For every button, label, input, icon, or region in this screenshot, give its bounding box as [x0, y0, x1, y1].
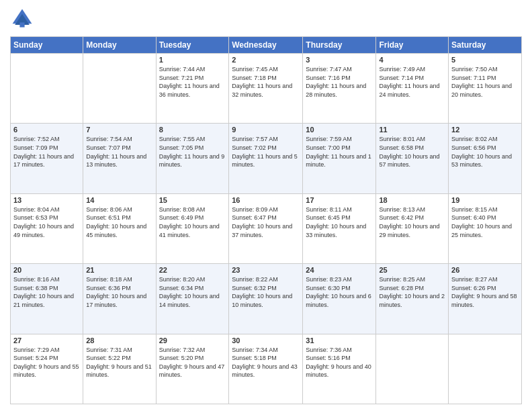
day-info: Sunrise: 8:09 AMSunset: 6:47 PMDaylight:…	[232, 205, 300, 239]
calendar-day: 22Sunrise: 8:20 AMSunset: 6:34 PMDayligh…	[156, 264, 229, 334]
calendar-header-sunday: Sunday	[11, 37, 83, 54]
day-number: 10	[306, 126, 373, 134]
day-info: Sunrise: 8:23 AMSunset: 6:30 PMDaylight:…	[306, 275, 373, 309]
day-number: 29	[159, 336, 226, 345]
day-info: Sunrise: 7:52 AMSunset: 7:09 PMDaylight:…	[13, 135, 80, 169]
calendar-day: 7Sunrise: 7:54 AMSunset: 7:07 PMDaylight…	[83, 124, 156, 193]
day-number: 2	[232, 56, 300, 64]
day-info: Sunrise: 8:04 AMSunset: 6:53 PMDaylight:…	[13, 205, 80, 239]
calendar-day: 15Sunrise: 8:08 AMSunset: 6:49 PMDayligh…	[156, 193, 229, 263]
day-info: Sunrise: 8:15 AMSunset: 6:40 PMDaylight:…	[451, 205, 519, 239]
day-info: Sunrise: 8:22 AMSunset: 6:32 PMDaylight:…	[232, 275, 300, 309]
day-number: 16	[232, 196, 300, 204]
calendar-day: 20Sunrise: 8:16 AMSunset: 6:38 PMDayligh…	[11, 264, 83, 334]
day-info: Sunrise: 8:18 AMSunset: 6:36 PMDaylight:…	[86, 275, 152, 309]
logo	[10, 7, 37, 31]
calendar-day: 19Sunrise: 8:15 AMSunset: 6:40 PMDayligh…	[449, 193, 522, 263]
day-number: 28	[86, 336, 152, 345]
day-info: Sunrise: 8:25 AMSunset: 6:28 PMDaylight:…	[379, 275, 445, 309]
day-info: Sunrise: 8:27 AMSunset: 6:26 PMDaylight:…	[451, 275, 519, 309]
logo-icon	[10, 7, 34, 31]
svg-rect-2	[19, 22, 24, 27]
day-info: Sunrise: 7:32 AMSunset: 5:20 PMDaylight:…	[159, 346, 226, 379]
calendar-day	[11, 54, 83, 124]
day-number: 9	[232, 126, 300, 134]
day-info: Sunrise: 8:13 AMSunset: 6:42 PMDaylight:…	[379, 205, 445, 239]
day-number: 24	[306, 266, 373, 274]
day-info: Sunrise: 8:16 AMSunset: 6:38 PMDaylight:…	[13, 275, 80, 309]
calendar-week-0: 1Sunrise: 7:44 AMSunset: 7:21 PMDaylight…	[11, 54, 522, 124]
calendar-day: 23Sunrise: 8:22 AMSunset: 6:32 PMDayligh…	[229, 264, 303, 334]
calendar-day	[449, 334, 522, 404]
day-info: Sunrise: 7:55 AMSunset: 7:05 PMDaylight:…	[159, 135, 226, 169]
calendar-day: 26Sunrise: 8:27 AMSunset: 6:26 PMDayligh…	[449, 264, 522, 334]
day-info: Sunrise: 7:36 AMSunset: 5:16 PMDaylight:…	[306, 346, 373, 379]
day-info: Sunrise: 7:34 AMSunset: 5:18 PMDaylight:…	[232, 346, 300, 379]
day-number: 7	[86, 126, 152, 134]
calendar-week-2: 13Sunrise: 8:04 AMSunset: 6:53 PMDayligh…	[11, 193, 522, 263]
calendar-day	[376, 334, 449, 404]
day-number: 18	[379, 196, 445, 204]
day-info: Sunrise: 8:11 AMSunset: 6:45 PMDaylight:…	[306, 205, 373, 239]
day-number: 6	[13, 126, 80, 134]
calendar-day: 31Sunrise: 7:36 AMSunset: 5:16 PMDayligh…	[303, 334, 376, 404]
day-info: Sunrise: 7:29 AMSunset: 5:24 PMDaylight:…	[13, 346, 80, 379]
calendar-day: 27Sunrise: 7:29 AMSunset: 5:24 PMDayligh…	[11, 334, 83, 404]
calendar-day: 10Sunrise: 7:59 AMSunset: 7:00 PMDayligh…	[303, 124, 376, 193]
calendar-header-tuesday: Tuesday	[156, 37, 229, 54]
calendar-day: 18Sunrise: 8:13 AMSunset: 6:42 PMDayligh…	[376, 193, 449, 263]
day-number: 31	[306, 336, 373, 345]
day-number: 26	[451, 266, 519, 274]
day-info: Sunrise: 7:50 AMSunset: 7:11 PMDaylight:…	[451, 65, 519, 99]
calendar-day	[83, 54, 156, 124]
day-number: 23	[232, 266, 300, 274]
day-number: 5	[451, 56, 519, 64]
day-number: 25	[379, 266, 445, 274]
day-number: 12	[451, 126, 519, 134]
calendar-day: 2Sunrise: 7:45 AMSunset: 7:18 PMDaylight…	[229, 54, 303, 124]
day-info: Sunrise: 8:02 AMSunset: 6:56 PMDaylight:…	[451, 135, 519, 169]
calendar-day: 25Sunrise: 8:25 AMSunset: 6:28 PMDayligh…	[376, 264, 449, 334]
calendar-header-row: SundayMondayTuesdayWednesdayThursdayFrid…	[11, 37, 522, 54]
calendar-day: 1Sunrise: 7:44 AMSunset: 7:21 PMDaylight…	[156, 54, 229, 124]
day-info: Sunrise: 7:31 AMSunset: 5:22 PMDaylight:…	[86, 346, 152, 379]
day-number: 13	[13, 196, 80, 204]
calendar-week-1: 6Sunrise: 7:52 AMSunset: 7:09 PMDaylight…	[11, 124, 522, 193]
day-number: 27	[13, 336, 80, 345]
calendar-day: 16Sunrise: 8:09 AMSunset: 6:47 PMDayligh…	[229, 193, 303, 263]
day-number: 22	[159, 266, 226, 274]
calendar-day: 28Sunrise: 7:31 AMSunset: 5:22 PMDayligh…	[83, 334, 156, 404]
header	[10, 7, 522, 31]
day-info: Sunrise: 7:57 AMSunset: 7:02 PMDaylight:…	[232, 135, 300, 169]
day-number: 19	[451, 196, 519, 204]
calendar-header-saturday: Saturday	[449, 37, 522, 54]
calendar-day: 17Sunrise: 8:11 AMSunset: 6:45 PMDayligh…	[303, 193, 376, 263]
day-number: 4	[379, 56, 445, 64]
calendar-header-monday: Monday	[83, 37, 156, 54]
calendar-day: 9Sunrise: 7:57 AMSunset: 7:02 PMDaylight…	[229, 124, 303, 193]
day-number: 30	[232, 336, 300, 345]
calendar-day: 5Sunrise: 7:50 AMSunset: 7:11 PMDaylight…	[449, 54, 522, 124]
day-info: Sunrise: 7:54 AMSunset: 7:07 PMDaylight:…	[86, 135, 152, 169]
page: SundayMondayTuesdayWednesdayThursdayFrid…	[0, 0, 532, 411]
calendar-day: 21Sunrise: 8:18 AMSunset: 6:36 PMDayligh…	[83, 264, 156, 334]
calendar-day: 4Sunrise: 7:49 AMSunset: 7:14 PMDaylight…	[376, 54, 449, 124]
calendar-week-4: 27Sunrise: 7:29 AMSunset: 5:24 PMDayligh…	[11, 334, 522, 404]
day-info: Sunrise: 7:45 AMSunset: 7:18 PMDaylight:…	[232, 65, 300, 99]
calendar-day: 14Sunrise: 8:06 AMSunset: 6:51 PMDayligh…	[83, 193, 156, 263]
calendar-day: 3Sunrise: 7:47 AMSunset: 7:16 PMDaylight…	[303, 54, 376, 124]
day-info: Sunrise: 8:01 AMSunset: 6:58 PMDaylight:…	[379, 135, 445, 169]
day-info: Sunrise: 8:20 AMSunset: 6:34 PMDaylight:…	[159, 275, 226, 309]
calendar-header-wednesday: Wednesday	[229, 37, 303, 54]
calendar-day: 13Sunrise: 8:04 AMSunset: 6:53 PMDayligh…	[11, 193, 83, 263]
day-number: 8	[159, 126, 226, 134]
calendar-day: 6Sunrise: 7:52 AMSunset: 7:09 PMDaylight…	[11, 124, 83, 193]
day-number: 15	[159, 196, 226, 204]
calendar-day: 29Sunrise: 7:32 AMSunset: 5:20 PMDayligh…	[156, 334, 229, 404]
day-number: 21	[86, 266, 152, 274]
day-info: Sunrise: 7:44 AMSunset: 7:21 PMDaylight:…	[159, 65, 226, 99]
day-info: Sunrise: 8:08 AMSunset: 6:49 PMDaylight:…	[159, 205, 226, 239]
calendar-header-thursday: Thursday	[303, 37, 376, 54]
day-number: 11	[379, 126, 445, 134]
day-info: Sunrise: 7:59 AMSunset: 7:00 PMDaylight:…	[306, 135, 373, 169]
